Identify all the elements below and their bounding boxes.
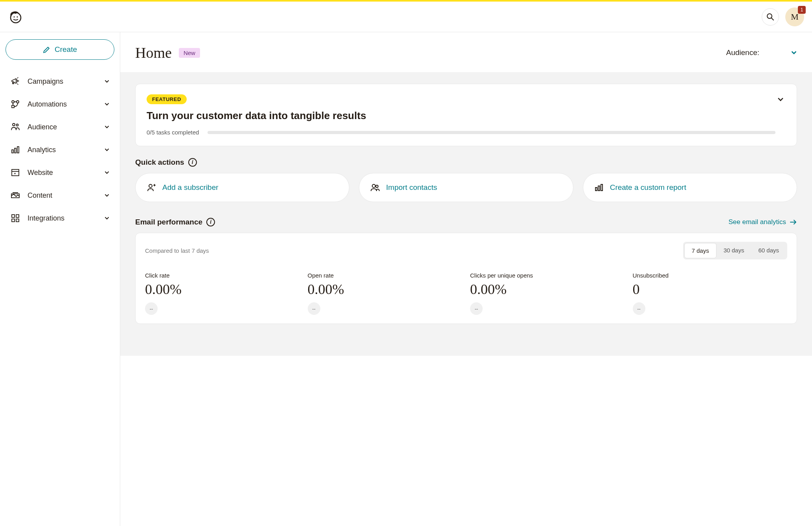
sidebar-item-content[interactable]: Content: [6, 184, 114, 207]
sidebar-item-label: Website: [28, 169, 104, 177]
quick-action-label: Create a custom report: [610, 183, 686, 192]
svg-point-8: [13, 123, 15, 126]
user-avatar[interactable]: M 1: [785, 7, 804, 26]
metric-delta: --: [308, 302, 320, 315]
page-title: Home: [135, 44, 172, 61]
compared-text: Compared to last 7 days: [145, 247, 209, 254]
chevron-down-icon: [104, 101, 110, 107]
search-icon: [766, 13, 774, 21]
page-header: Home New Audience:: [120, 32, 812, 73]
quick-actions-header: Quick actions i: [135, 158, 797, 167]
logo[interactable]: [8, 9, 24, 25]
content-icon: [10, 190, 20, 200]
mailchimp-logo-icon: [8, 9, 24, 25]
people-icon: [370, 183, 380, 192]
email-performance-title: Email performance: [135, 218, 202, 226]
sidebar-item-label: Analytics: [28, 146, 104, 154]
metric-delta: --: [633, 302, 645, 315]
audience-selector[interactable]: Audience:: [726, 48, 797, 57]
info-icon[interactable]: i: [206, 218, 215, 226]
metric-open-rate: Open rate 0.00% --: [308, 272, 463, 315]
metric-value: 0.00%: [470, 281, 625, 298]
topbar: M 1: [0, 2, 812, 32]
see-email-analytics-link[interactable]: See email analytics: [729, 218, 797, 226]
grid-icon: [10, 213, 20, 223]
svg-point-1: [14, 16, 15, 17]
sidebar-item-automations[interactable]: Automations: [6, 93, 114, 116]
chevron-down-icon[interactable]: [775, 94, 786, 105]
quick-actions-title: Quick actions: [135, 158, 184, 167]
sidebar-item-integrations[interactable]: Integrations: [6, 207, 114, 230]
svg-point-20: [149, 184, 152, 188]
metric-value: 0: [633, 281, 788, 298]
svg-point-22: [376, 185, 378, 188]
people-icon: [10, 122, 20, 132]
metric-click-rate: Click rate 0.00% --: [145, 272, 300, 315]
info-icon[interactable]: i: [188, 158, 197, 167]
chevron-down-icon: [104, 147, 110, 153]
chevron-down-icon: [104, 79, 110, 84]
see-link-label: See email analytics: [729, 218, 786, 226]
svg-point-2: [17, 16, 18, 17]
svg-rect-25: [601, 184, 603, 191]
time-tab-7-days[interactable]: 7 days: [684, 243, 716, 258]
svg-rect-18: [12, 219, 15, 222]
bar-chart-icon: [10, 145, 20, 155]
search-button[interactable]: [762, 8, 779, 26]
sidebar-item-campaigns[interactable]: Campaigns: [6, 70, 114, 93]
metric-label: Unsubscribed: [633, 272, 788, 279]
sidebar-item-label: Content: [28, 191, 104, 200]
arrow-right-icon: [789, 218, 797, 226]
quick-action-import-contacts[interactable]: Import contacts: [359, 173, 573, 202]
svg-point-3: [767, 14, 772, 18]
automations-icon: [10, 99, 20, 109]
svg-rect-24: [598, 186, 600, 191]
metric-unsubscribed: Unsubscribed 0 --: [633, 272, 788, 315]
featured-title: Turn your customer data into tangible re…: [147, 110, 775, 122]
sidebar-item-website[interactable]: Website: [6, 161, 114, 184]
svg-rect-19: [16, 219, 19, 222]
create-button[interactable]: Create: [6, 39, 114, 60]
metric-value: 0.00%: [145, 281, 300, 298]
chevron-down-icon: [104, 170, 110, 175]
avatar-initial: M: [791, 12, 799, 22]
audience-label: Audience:: [726, 48, 759, 57]
email-performance-card: Compared to last 7 days 7 days 30 days 6…: [135, 233, 797, 324]
browser-icon: [10, 167, 20, 178]
svg-rect-7: [12, 105, 14, 108]
svg-rect-12: [17, 147, 19, 153]
sidebar-item-label: Audience: [28, 123, 104, 131]
quick-action-label: Import contacts: [386, 183, 437, 192]
pencil-icon: [43, 46, 51, 53]
time-range-tabs: 7 days 30 days 60 days: [683, 242, 787, 259]
sidebar-item-analytics[interactable]: Analytics: [6, 138, 114, 161]
featured-badge: FEATURED: [147, 94, 187, 104]
sidebar-item-label: Automations: [28, 100, 104, 109]
metric-label: Click rate: [145, 272, 300, 279]
chevron-down-icon: [791, 50, 797, 56]
svg-point-9: [17, 124, 18, 126]
quick-action-create-report[interactable]: Create a custom report: [583, 173, 797, 202]
sidebar-item-label: Campaigns: [28, 77, 104, 86]
sidebar-item-label: Integrations: [28, 214, 104, 223]
chevron-down-icon: [104, 215, 110, 221]
time-tab-60-days[interactable]: 60 days: [751, 243, 786, 258]
svg-rect-13: [12, 169, 19, 176]
chevron-down-icon: [104, 193, 110, 198]
svg-rect-11: [15, 148, 16, 153]
quick-action-add-subscriber[interactable]: Add a subscriber: [135, 173, 349, 202]
sidebar: Create Campaigns Automations Audie: [0, 32, 120, 526]
create-button-label: Create: [55, 45, 77, 54]
featured-progress-text: 0/5 tasks completed: [147, 129, 199, 136]
metric-label: Open rate: [308, 272, 463, 279]
notification-badge: 1: [798, 6, 806, 14]
bar-chart-icon: [594, 183, 604, 192]
metric-label: Clicks per unique opens: [470, 272, 625, 279]
svg-rect-23: [595, 188, 597, 191]
sidebar-item-audience[interactable]: Audience: [6, 116, 114, 138]
progress-bar: [208, 131, 775, 134]
metric-delta: --: [470, 302, 483, 315]
time-tab-30-days[interactable]: 30 days: [716, 243, 751, 258]
svg-point-0: [11, 13, 21, 23]
metric-delta: --: [145, 302, 158, 315]
